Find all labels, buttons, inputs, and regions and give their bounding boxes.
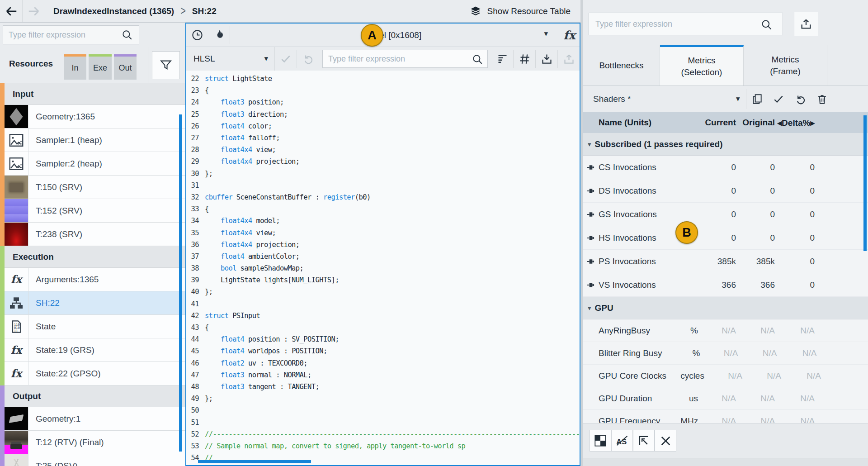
back-button[interactable] xyxy=(0,0,23,22)
collapse-corner-button[interactable] xyxy=(633,430,655,452)
code-line[interactable]: 37 float4 ambientColor; xyxy=(186,251,580,262)
resource-toggle-exe[interactable]: Exe xyxy=(89,54,112,80)
resource-filter-toggle-button[interactable] xyxy=(152,51,180,79)
metrics-filter-input[interactable] xyxy=(589,13,783,35)
language-selector[interactable]: HLSL ▾ xyxy=(186,47,275,71)
history-clock-button[interactable] xyxy=(186,24,208,47)
list-item-arguments-1365[interactable]: fxArguments:1365 xyxy=(0,268,185,291)
list-item-t-238-srv[interactable]: T:238 (SRV) xyxy=(0,223,185,246)
list-item-geometry-1365[interactable]: Geometry:1365 xyxy=(0,105,185,128)
metric-row-hs-invocations[interactable]: HS Invocations000 xyxy=(583,226,868,250)
code-line[interactable]: 49}; xyxy=(186,393,580,404)
code-line[interactable]: 44 float4 position : SV_POSITION; xyxy=(186,333,580,345)
column-header-name[interactable]: Name (Units) xyxy=(599,118,660,128)
export-metrics-button[interactable] xyxy=(794,12,818,36)
list-item-geometry-1[interactable]: Geometry:1 xyxy=(0,407,185,431)
list-item-state-22-gpso[interactable]: fxState:22 (GPSO) xyxy=(0,362,185,385)
code-line[interactable]: 24 float3 position; xyxy=(186,96,580,108)
code-line[interactable]: 26 float4 color; xyxy=(186,120,580,132)
list-item-state[interactable]: 11001011State xyxy=(0,315,185,338)
metric-row-gpu-frequency[interactable]: GPU FrequencyMHzN/AN/AN/A xyxy=(583,410,868,423)
metric-row-gpu-duration[interactable]: GPU DurationusN/AN/AN/A xyxy=(583,387,868,410)
resource-filter-input[interactable] xyxy=(3,25,139,44)
metric-row-blitter-ring-busy[interactable]: Blitter Ring Busy%N/AN/AN/A xyxy=(583,342,868,365)
code-line[interactable]: 36 float4x4 projection; xyxy=(186,239,580,251)
column-header-original[interactable]: Original xyxy=(736,118,775,128)
code-line[interactable]: 29 float4x4 projection; xyxy=(186,156,580,167)
metric-row-cs-invocations[interactable]: CS Invocations000 xyxy=(583,156,868,179)
code-editor[interactable]: 22struct LightState23{24 float3 position… xyxy=(186,71,580,465)
tab-metrics-selection[interactable]: Metrics (Selection) xyxy=(660,45,744,86)
code-line[interactable]: 46 float2 uv : TEXCOORD0; xyxy=(186,357,580,369)
forward-button[interactable] xyxy=(23,0,45,22)
code-line[interactable]: 45 float4 worldpos : POSITION; xyxy=(186,345,580,357)
sort-lines-button[interactable] xyxy=(491,47,513,71)
scrollbar-thumb[interactable] xyxy=(198,460,311,463)
code-line[interactable]: 43{ xyxy=(186,322,580,333)
resource-toggle-out[interactable]: Out xyxy=(114,54,137,80)
code-line[interactable]: 50 xyxy=(186,404,580,416)
column-header-current[interactable]: Current xyxy=(698,118,736,128)
code-line[interactable]: 31 xyxy=(186,180,580,191)
list-item-t-152-srv[interactable]: T:152 (SRV) xyxy=(0,199,185,223)
scrollbar-thumb[interactable] xyxy=(179,114,182,452)
code-line[interactable]: 35 float4x4 view; xyxy=(186,227,580,238)
show-resource-table-button[interactable]: Show Resource Table xyxy=(459,0,580,22)
clear-button[interactable] xyxy=(655,430,676,452)
reset-metrics-button[interactable] xyxy=(789,89,811,109)
code-line[interactable]: 33{ xyxy=(186,203,580,215)
metric-row-ps-invocations[interactable]: PS Invocations385k385k0 xyxy=(583,250,868,273)
scope-selector[interactable]: Shaders * xyxy=(583,94,631,104)
tab-bottlenecks[interactable]: Bottlenecks xyxy=(583,45,660,86)
metric-row-gs-invocations[interactable]: GS Invocations000 xyxy=(583,203,868,226)
list-item-state-19-grs[interactable]: fxState:19 (GRS) xyxy=(0,338,185,362)
list-item-sh-22[interactable]: SH:22 xyxy=(0,291,185,315)
breadcrumb-event[interactable]: DrawIndexedInstanced (1365) xyxy=(53,6,174,16)
metric-row-gpu-core-clocks[interactable]: GPU Core ClockscyclesN/AN/AN/A xyxy=(583,365,868,387)
code-line[interactable]: 34 float4x4 model; xyxy=(186,215,580,227)
code-line[interactable]: 28 float4x4 view; xyxy=(186,144,580,156)
scrollbar-thumb[interactable] xyxy=(863,115,867,251)
disable-autosync-button[interactable]: AS xyxy=(611,430,633,452)
editor-filter-input[interactable] xyxy=(322,50,488,68)
resource-toggle-in[interactable]: In xyxy=(64,54,86,80)
list-item-t-150-srv[interactable]: T:150 (SRV) xyxy=(0,176,185,199)
code-line[interactable]: 42struct PSInput xyxy=(186,310,580,322)
edit-shader-fx-button[interactable]: fx xyxy=(559,24,580,47)
metric-row-vs-invocations[interactable]: VS Invocations3663660 xyxy=(583,273,868,297)
list-item-sampler-2-heap[interactable]: Sampler:2 (heap) xyxy=(0,152,185,176)
code-line[interactable]: 47 float3 normal : NORMAL; xyxy=(186,369,580,381)
code-line[interactable]: 25 float3 direction; xyxy=(186,109,580,120)
delete-metrics-button[interactable] xyxy=(811,89,833,109)
apply-selection-button[interactable] xyxy=(768,89,789,109)
apply-edit-button[interactable] xyxy=(275,47,297,71)
code-line[interactable]: 40}; xyxy=(186,286,580,298)
code-line[interactable]: 38 bool sampleShadowMap; xyxy=(186,262,580,274)
code-line[interactable]: 55 xyxy=(186,464,580,465)
download-shader-button[interactable] xyxy=(536,47,557,71)
code-line[interactable]: 48 float3 tangent : TANGENT; xyxy=(186,381,580,393)
line-numbers-toggle-button[interactable] xyxy=(514,47,535,71)
column-header-delta[interactable]: ◂Delta%▸ xyxy=(775,118,815,128)
list-item-t-25-dsv[interactable]: T:25 (DSV) xyxy=(0,454,185,466)
hot-shader-button[interactable] xyxy=(208,24,230,47)
list-item-t-12-rtv-final[interactable]: T:12 (RTV) (Final) xyxy=(0,431,185,454)
code-line[interactable]: 51 xyxy=(186,416,580,428)
metric-row-anyringbusy[interactable]: AnyRingBusy%N/AN/AN/A xyxy=(583,319,868,342)
code-line[interactable]: 22struct LightState xyxy=(186,73,580,85)
code-line[interactable]: 30}; xyxy=(186,168,580,180)
code-line[interactable]: 39 LightState lights[NUM_LIGHTS]; xyxy=(186,274,580,286)
code-line[interactable]: 53// Sample normal map, convert to signe… xyxy=(186,440,580,452)
tab-metrics-frame[interactable]: Metrics (Frame) xyxy=(744,45,827,86)
code-line[interactable]: 41 xyxy=(186,298,580,310)
checkerboard-toggle-button[interactable] xyxy=(590,430,611,452)
copy-metrics-button[interactable] xyxy=(746,89,768,109)
metric-row-ds-invocations[interactable]: DS Invocations000 xyxy=(583,179,868,203)
shader-stage-selector[interactable]: Pixel [0x1608] ▾ xyxy=(230,24,559,47)
code-line[interactable]: 27 float4 falloff; xyxy=(186,132,580,144)
breadcrumb-shader[interactable]: SH:22 xyxy=(192,6,217,16)
list-item-sampler-1-heap[interactable]: Sampler:1 (heap) xyxy=(0,128,185,152)
code-line[interactable]: 23{ xyxy=(186,85,580,96)
code-line[interactable]: 32cbuffer SceneConstantBuffer : register… xyxy=(186,191,580,203)
metric-group-header-gpu[interactable]: ▾GPU xyxy=(583,297,868,319)
